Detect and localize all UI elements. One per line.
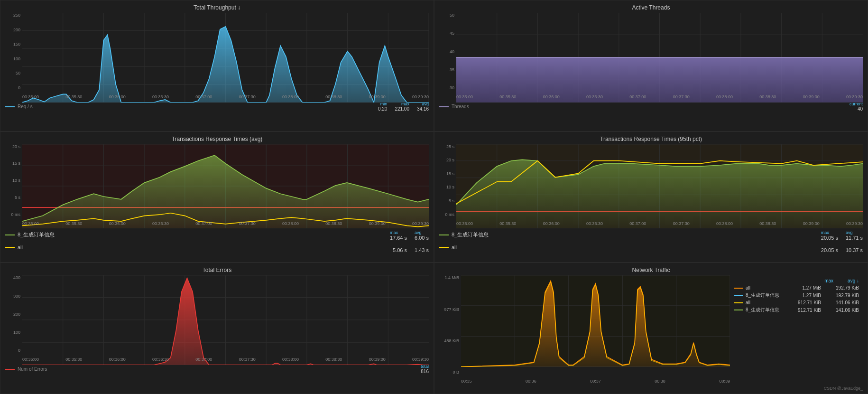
threads-legend: Threads current 40 xyxy=(439,102,863,112)
panel-title-txn-avg: Transactions Response Times (avg) xyxy=(5,136,429,142)
panel-title-errors: Total Errors xyxy=(5,267,429,273)
net-legend-all-orange-dot xyxy=(734,288,743,289)
errors-legend-dot xyxy=(5,369,15,370)
threads-x-axis: 00:35:0000:35:3000:36:0000:36:3000:37:00… xyxy=(456,93,863,101)
threads-chart-area: 5045403530 xyxy=(439,13,863,101)
network-legend: max avg ↓ all 1.27 MiB 192.79 KiB 8_生成订单… xyxy=(730,275,863,385)
throughput-legend: Req / s min 0.20 max 221.00 avg 34.16 xyxy=(5,102,429,112)
panel-total-errors: Total Errors 4003002001000 xyxy=(0,263,434,394)
panel-title-threads: Active Threads xyxy=(439,4,863,11)
txn-avg-yellow-dot xyxy=(5,247,15,248)
throughput-chart-area: 250200150100500 xyxy=(5,13,429,101)
net-legend-all-yellow-dot xyxy=(734,302,743,303)
errors-svg xyxy=(22,275,429,365)
throughput-x-axis: 00:35:0000:35:3000:36:0000:36:3000:37:00… xyxy=(22,93,429,101)
threads-legend-dot xyxy=(439,106,449,107)
errors-x-axis: 00:35:0000:35:3000:36:0000:36:3000:37:00… xyxy=(22,356,429,363)
txn-95th-green-dot xyxy=(439,235,449,235)
panel-total-throughput: Total Throughput ↓ 250200150100500 xyxy=(0,0,434,131)
txn-95th-y-axis: 25 s20 s15 s10 s5 s0 ms xyxy=(439,144,456,217)
errors-chart-area: 4003002001000 xyxy=(5,275,429,363)
txn-95th-x-axis: 00:35:0000:35:3000:36:0000:36:3000:37:00… xyxy=(456,220,863,227)
threads-y-axis: 5045403530 xyxy=(439,13,456,90)
txn-avg-chart-area: 20 s15 s10 s5 s0 ms xyxy=(5,144,429,227)
panel-network-traffic: Network Traffic 1.4 MiB977 KiB488 KiB0 B xyxy=(434,263,868,394)
network-x-axis: 00:3500:3600:3700:3800:39 xyxy=(461,377,730,385)
watermark: CSDN @JavaEdge_ xyxy=(824,386,863,391)
throughput-y-axis: 250200150100500 xyxy=(5,13,22,90)
network-y-axis: 1.4 MiB977 KiB488 KiB0 B xyxy=(439,275,461,375)
net-legend-8-green-dot xyxy=(734,310,743,310)
panel-txn-avg: Transactions Response Times (avg) 20 s15… xyxy=(0,131,434,263)
panel-active-threads: Active Threads 5045403530 xyxy=(434,0,868,131)
throughput-legend-dot xyxy=(5,106,15,107)
panel-txn-95th: Transactions Response Times (95th pct) 2… xyxy=(434,131,868,263)
txn-95th-svg xyxy=(456,144,863,228)
panel-title-throughput: Total Throughput ↓ xyxy=(5,4,429,11)
txn-95th-chart-area: 25 s20 s15 s10 s5 s0 ms xyxy=(439,144,863,227)
svg-marker-67 xyxy=(456,159,863,228)
txn-avg-svg xyxy=(22,144,429,228)
txn-avg-x-axis: 00:35:0000:35:3000:36:0000:36:3000:37:00… xyxy=(22,220,429,227)
txn-95th-yellow-dot xyxy=(439,247,449,248)
txn-95th-legend: 8_生成订单信息 max20.05 s avg11.71 s all max20… xyxy=(439,229,863,253)
txn-avg-y-axis: 20 s15 s10 s5 s0 ms xyxy=(5,144,22,217)
threads-svg xyxy=(456,13,863,103)
throughput-svg xyxy=(22,13,429,103)
network-chart-container: 1.4 MiB977 KiB488 KiB0 B xyxy=(439,275,730,385)
errors-y-axis: 4003002001000 xyxy=(5,275,22,353)
panel-title-network: Network Traffic xyxy=(439,267,863,273)
dashboard: Total Throughput ↓ 250200150100500 xyxy=(0,0,868,394)
txn-avg-legend: 8_生成订单信息 max17.64 s avg6.00 s all max5.0… xyxy=(5,229,429,253)
txn-avg-green-dot xyxy=(5,235,15,235)
net-legend-8-cyan-dot xyxy=(734,295,743,296)
panel-title-txn-95th: Transactions Response Times (95th pct) xyxy=(439,136,863,142)
svg-marker-16 xyxy=(22,27,429,103)
errors-legend: Num of Errors total 816 xyxy=(5,364,429,374)
network-svg xyxy=(461,275,730,367)
